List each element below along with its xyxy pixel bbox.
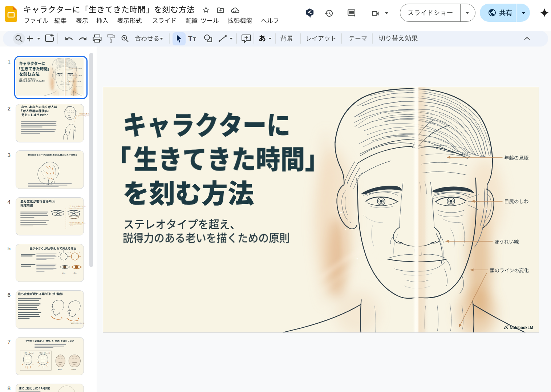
svg-text:8: 8 <box>7 385 11 391</box>
svg-text:「老化」(Aging): 「老化」(Aging) <box>23 352 34 354</box>
svg-text:老人: 老人 <box>73 272 77 274</box>
svg-text:Aging: Aging <box>58 368 61 370</box>
svg-text:3: 3 <box>7 152 11 158</box>
svg-text:Sagging of the skin under: Sagging of the skin under <box>69 224 82 226</box>
svg-text:「肥満」(Obesity): 「肥満」(Obesity) <box>38 352 50 354</box>
svg-text:「輪郭の位置が下がる」: 「輪郭の位置が下がる」 <box>69 322 85 324</box>
svg-text:Drooping of the upper eyelid: Drooping of the upper eyelid <box>69 207 83 209</box>
svg-text:若い: 若い <box>62 272 66 274</box>
svg-text:1: 1 <box>7 59 11 65</box>
svg-text:2: 2 <box>7 105 11 112</box>
svg-text:Obesity: Obesity <box>71 368 76 370</box>
svg-text:7: 7 <box>7 339 11 345</box>
svg-text:6: 6 <box>7 292 11 298</box>
svg-text:4: 4 <box>7 199 11 205</box>
svg-text:5: 5 <box>7 245 11 251</box>
svg-text:「時代的な表現」: 「時代的な表現」 <box>78 113 90 115</box>
svg-text:T: T <box>193 36 196 42</box>
svg-text:(Outdated depiction): (Outdated depiction) <box>78 115 89 117</box>
svg-text:T: T <box>188 35 193 43</box>
